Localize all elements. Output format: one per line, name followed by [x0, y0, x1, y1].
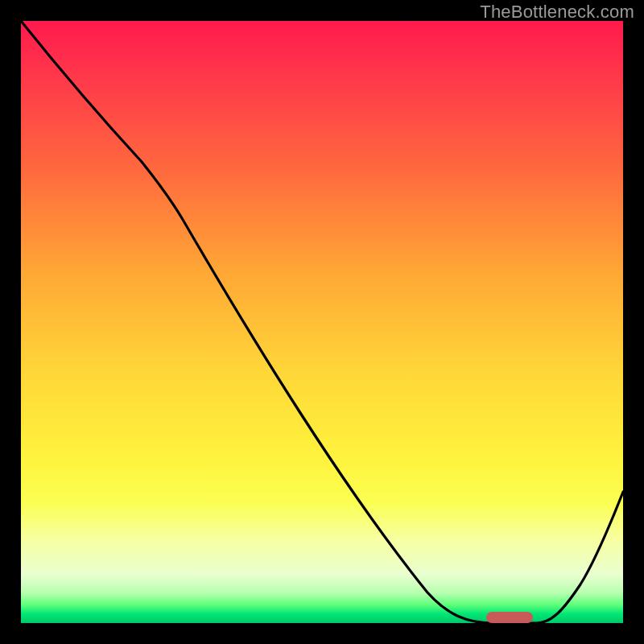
curve-path: [21, 21, 623, 623]
optimal-range-marker: [486, 612, 533, 623]
bottleneck-curve: [21, 21, 623, 623]
watermark-text: TheBottleneck.com: [480, 2, 634, 23]
chart-frame: TheBottleneck.com: [0, 0, 644, 644]
